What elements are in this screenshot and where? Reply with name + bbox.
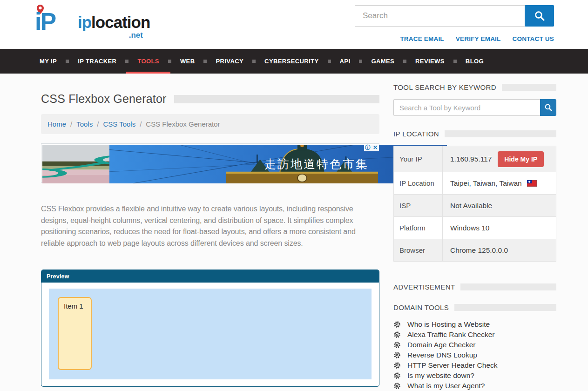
nav-item-api[interactable]: API	[340, 49, 351, 74]
header-search	[355, 5, 554, 27]
gear-icon	[393, 341, 401, 349]
trace-email-link[interactable]: TRACE EMAIL	[400, 35, 444, 42]
page: iP iplocation .net TRACE EMAIL VERIFY EM…	[0, 0, 588, 391]
row-value: Chrome 125.0.0.0	[443, 239, 556, 261]
nav-item-cybersecurity[interactable]: CYBERSECURITY	[264, 49, 318, 74]
ad-badges: ⓘ ✕	[364, 144, 379, 151]
nav-separator	[453, 60, 457, 63]
hide-my-ip-button[interactable]: Hide My IP	[498, 151, 544, 167]
domain-tool-label: Reverse DNS Lookup	[407, 351, 477, 359]
nav-separator	[66, 60, 69, 63]
ip-location-heading-row: IP LOCATION	[393, 130, 556, 138]
verify-email-link[interactable]: VERIFY EMAIL	[456, 35, 501, 42]
heading-decoration-bar	[502, 84, 556, 91]
heading-decoration-bar	[445, 130, 556, 137]
header-search-input[interactable]	[355, 5, 525, 27]
table-row-your-ip: Your IP 1.160.95.117 Hide My IP	[394, 146, 556, 172]
heading-decoration-bar	[454, 304, 556, 311]
domain-tool-label: What is my User Agent?	[407, 382, 485, 390]
row-value: Not Available	[443, 195, 556, 216]
header: iP iplocation .net TRACE EMAIL VERIFY EM…	[0, 0, 588, 49]
domain-tools-list: Who is Hosting a Website Alexa Traffic R…	[393, 319, 556, 391]
domain-tool-who-is-hosting[interactable]: Who is Hosting a Website	[393, 319, 556, 330]
domain-tool-user-agent[interactable]: What is my User Agent?	[393, 381, 556, 391]
gear-icon	[393, 331, 401, 338]
logo-tld: .net	[129, 31, 143, 40]
title-row: CSS Flexbox Generator	[41, 92, 379, 106]
domain-tool-domain-age[interactable]: Domain Age Checker	[393, 340, 556, 350]
breadcrumb-current: CSS Flexbox Generator	[146, 120, 220, 128]
advertisement-heading-row: ADVERTISEMENT	[393, 283, 556, 291]
header-links: TRACE EMAIL VERIFY EMAIL CONTACT US	[400, 35, 554, 42]
nav-item-games[interactable]: GAMES	[371, 49, 394, 74]
ad-close-icon[interactable]: ✕	[372, 144, 379, 151]
tool-search-heading: TOOL SEARCH BY KEYWORD	[393, 83, 496, 91]
logo-mark: iP	[35, 7, 55, 35]
nav-item-privacy[interactable]: PRIVACY	[216, 49, 243, 74]
table-row-isp: ISP Not Available	[394, 194, 556, 216]
preview-card-header: Preview	[41, 270, 379, 283]
ad-banner: 走訪地道特色市集 ⓘ ✕	[41, 143, 379, 183]
row-label: Platform	[394, 217, 443, 239]
breadcrumb-css-tools[interactable]: CSS Tools	[103, 120, 135, 128]
nav-separator	[252, 60, 256, 63]
domain-tool-label: Who is Hosting a Website	[407, 320, 490, 329]
heading-decoration-bar	[460, 283, 556, 290]
table-row-ip-location: IP Location Taipei, Taiwan, Taiwan	[394, 172, 556, 194]
flexbox-preview-container: Item 1	[49, 289, 372, 379]
row-label: Your IP	[394, 146, 443, 172]
preview-card-body: Item 1	[41, 283, 379, 386]
breadcrumb: Home / Tools / CSS Tools / CSS Flexbox G…	[41, 114, 379, 134]
nav-separator	[403, 60, 406, 63]
domain-tool-label: Is my website down?	[407, 371, 474, 380]
nav-item-blog[interactable]: BLOG	[466, 49, 484, 74]
domain-tool-reverse-dns[interactable]: Reverse DNS Lookup	[393, 350, 556, 360]
nav-item-tools[interactable]: TOOLS	[137, 49, 159, 74]
breadcrumb-home[interactable]: Home	[47, 120, 66, 128]
nav-separator	[328, 60, 331, 63]
breadcrumb-separator: /	[140, 120, 142, 128]
nav-item-web[interactable]: WEB	[180, 49, 195, 74]
domain-tools-heading: DOMAIN TOOLS	[393, 303, 449, 311]
search-icon	[534, 10, 545, 21]
nav-separator	[359, 60, 362, 63]
table-row-browser: Browser Chrome 125.0.0.0	[394, 239, 556, 261]
row-value: Taipei, Taiwan, Taiwan	[443, 172, 556, 194]
nav-separator	[168, 60, 171, 63]
tool-search-button[interactable]	[540, 99, 556, 116]
breadcrumb-separator: /	[70, 120, 72, 128]
nav-item-reviews[interactable]: REVIEWS	[415, 49, 445, 74]
row-label: IP Location	[394, 172, 443, 194]
gear-icon	[393, 362, 401, 369]
ad-info-icon[interactable]: ⓘ	[364, 144, 372, 151]
title-decoration-bar	[174, 95, 379, 103]
domain-tool-label: HTTP Server Header Check	[407, 361, 498, 370]
main-content: CSS Flexbox Generator Home / Tools / CSS…	[41, 74, 379, 387]
main-nav: MY IP IP TRACKER TOOLS WEB PRIVACY CYBER…	[0, 49, 588, 74]
header-search-button[interactable]	[525, 5, 554, 27]
domain-tools-heading-row: DOMAIN TOOLS	[393, 303, 556, 311]
row-value: Windows 10	[443, 217, 556, 239]
ip-address-value: 1.160.95.117	[450, 155, 492, 163]
ad-headline-text: 走訪地道特色市集	[264, 156, 369, 172]
search-icon	[544, 103, 553, 112]
nav-item-my-ip[interactable]: MY IP	[40, 49, 57, 74]
breadcrumb-separator: /	[97, 120, 99, 128]
table-row-platform: Platform Windows 10	[394, 216, 556, 239]
logo-word-ip: ip	[78, 13, 91, 31]
site-logo[interactable]: iP iplocation .net	[35, 2, 143, 45]
contact-us-link[interactable]: CONTACT US	[513, 35, 554, 42]
advertisement-heading: ADVERTISEMENT	[393, 283, 455, 291]
tool-search-input[interactable]	[393, 99, 540, 116]
domain-tool-alexa-rank[interactable]: Alexa Traffic Rank Checker	[393, 330, 556, 340]
row-value: 1.160.95.117 Hide My IP	[443, 146, 556, 172]
nav-separator	[203, 60, 207, 63]
breadcrumb-tools[interactable]: Tools	[76, 120, 93, 128]
ip-location-value: Taipei, Taiwan, Taiwan	[450, 179, 522, 188]
nav-item-ip-tracker[interactable]: IP TRACKER	[78, 49, 116, 74]
tool-description: CSS Flexbox provides a flexible and intu…	[41, 203, 370, 249]
domain-tool-http-header[interactable]: HTTP Server Header Check	[393, 360, 556, 371]
gear-icon	[393, 372, 401, 379]
domain-tool-website-down[interactable]: Is my website down?	[393, 371, 556, 381]
row-label: ISP	[394, 195, 443, 216]
